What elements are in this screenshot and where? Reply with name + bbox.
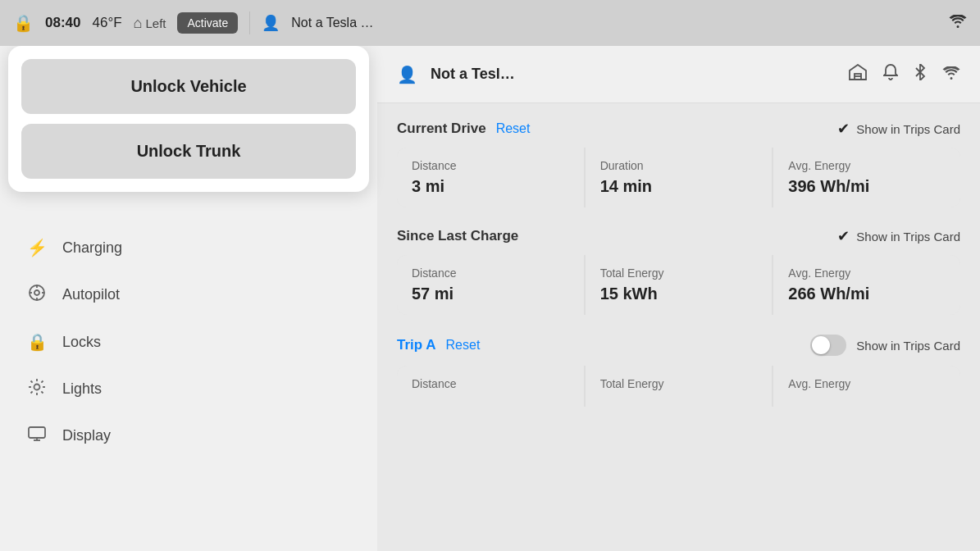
unlock-trunk-button[interactable]: Unlock Trunk: [21, 124, 356, 179]
trip-a-show-trips-label: Show in Trips Card: [856, 339, 960, 353]
current-drive-show-trips-label: Show in Trips Card: [856, 122, 960, 136]
since-last-charge-checkmark: ✔: [837, 227, 850, 245]
trip-a-toggle[interactable]: [810, 335, 846, 356]
since-last-charge-show-trips: ✔ Show in Trips Card: [837, 227, 960, 245]
sidebar-item-locks[interactable]: 🔒 Locks: [0, 319, 377, 365]
current-drive-duration-label: Duration: [600, 159, 758, 172]
sidebar-item-locks-label: Locks: [62, 334, 101, 351]
since-last-charge-avg-energy-cell: Avg. Energy 266 Wh/mi: [773, 255, 960, 315]
bell-icon: [883, 64, 898, 84]
trip-a-distance-cell: Distance: [397, 366, 584, 407]
unlock-panel: Unlock Vehicle Unlock Trunk: [8, 46, 369, 192]
content-body: Current Drive Reset ✔ Show in Trips Card…: [377, 103, 980, 551]
content-wifi-icon: [942, 65, 960, 84]
trip-a-section: Trip A Reset Show in Trips Card Distance…: [397, 335, 960, 407]
sidebar-item-lights[interactable]: Lights: [0, 365, 377, 413]
svg-line-11: [31, 381, 33, 383]
since-last-charge-show-trips-label: Show in Trips Card: [856, 230, 960, 244]
lock-icon: 🔒: [13, 13, 34, 33]
current-drive-header: Current Drive Reset ✔ Show in Trips Card: [397, 120, 960, 138]
status-bar-left: 🔒 08:40 46°F ⌂ Left Activate 👤 Not a Tes…: [13, 11, 936, 34]
sidebar-item-display-label: Display: [62, 427, 111, 444]
current-drive-section: Current Drive Reset ✔ Show in Trips Card…: [397, 120, 960, 207]
status-bar: 🔒 08:40 46°F ⌂ Left Activate 👤 Not a Tes…: [0, 0, 980, 46]
status-account-name: Not a Tesla …: [291, 16, 373, 30]
since-last-charge-distance-value: 57 mi: [412, 285, 569, 303]
sidebar-item-charging[interactable]: ⚡ Charging: [0, 225, 377, 271]
current-drive-duration-value: 14 min: [600, 177, 758, 196]
status-time: 08:40: [45, 15, 80, 31]
since-last-charge-distance-label: Distance: [412, 266, 569, 280]
svg-line-13: [41, 381, 43, 383]
home-icon: ⌂: [134, 15, 143, 32]
svg-line-12: [41, 391, 43, 393]
since-last-charge-section: Since Last Charge ✔ Show in Trips Card D…: [397, 227, 960, 315]
main-layout: Unlock Vehicle Unlock Trunk ⚡ Charging: [0, 46, 980, 551]
locks-icon: 🔒: [26, 332, 48, 352]
since-last-charge-avg-energy-value: 266 Wh/mi: [788, 285, 946, 303]
content-icons: [849, 64, 960, 84]
status-separator: [249, 11, 250, 34]
since-last-charge-title: Since Last Charge: [397, 228, 518, 244]
sidebar-item-autopilot[interactable]: Autopilot: [0, 271, 377, 319]
trip-a-avg-energy-label: Avg. Energy: [788, 377, 946, 390]
svg-point-1: [34, 290, 39, 295]
current-drive-energy-label: Avg. Energy: [788, 159, 946, 172]
trip-a-avg-energy-cell: Avg. Energy: [773, 366, 960, 407]
autopilot-icon: [26, 284, 48, 306]
current-drive-distance-value: 3 mi: [412, 177, 569, 196]
sidebar-item-display[interactable]: Display: [0, 413, 377, 458]
sidebar-item-charging-label: Charging: [62, 239, 122, 257]
status-temperature: 46°F: [92, 15, 121, 31]
wifi-icon: [949, 15, 967, 32]
svg-line-14: [31, 391, 33, 393]
trip-a-title: Trip A: [397, 337, 436, 353]
trip-a-stats: Distance Total Energy Avg. Energy: [397, 366, 960, 407]
content-account-name: Not a Tesl…: [431, 66, 836, 83]
sidebar-menu: ⚡ Charging Autopilot 🔒: [0, 218, 377, 465]
content-header: 👤 Not a Tesl…: [377, 46, 980, 103]
status-location: Left: [145, 16, 166, 30]
since-last-charge-total-energy-cell: Total Energy 15 kWh: [586, 255, 773, 315]
status-bar-right: [949, 15, 967, 32]
svg-point-6: [34, 385, 40, 390]
current-drive-duration-cell: Duration 14 min: [586, 148, 773, 207]
activate-button[interactable]: Activate: [177, 12, 238, 34]
trip-a-total-energy-cell: Total Energy: [586, 366, 773, 407]
since-last-charge-stats: Distance 57 mi Total Energy 15 kWh Avg. …: [397, 255, 960, 315]
content-profile-icon: 👤: [397, 65, 417, 84]
user-icon: 👤: [262, 14, 280, 32]
sidebar-item-lights-label: Lights: [62, 380, 102, 398]
since-last-charge-total-energy-value: 15 kWh: [600, 285, 758, 303]
sidebar-item-autopilot-label: Autopilot: [62, 286, 120, 303]
current-drive-checkmark: ✔: [837, 120, 850, 138]
since-last-charge-distance-cell: Distance 57 mi: [397, 255, 584, 315]
current-drive-distance-label: Distance: [412, 159, 569, 172]
current-drive-energy-cell: Avg. Energy 396 Wh/mi: [773, 148, 960, 207]
unlock-vehicle-button[interactable]: Unlock Vehicle: [21, 59, 356, 114]
current-drive-reset[interactable]: Reset: [496, 121, 531, 136]
trip-a-reset[interactable]: Reset: [446, 338, 481, 353]
status-home: ⌂ Left: [134, 15, 166, 32]
current-drive-show-trips: ✔ Show in Trips Card: [837, 120, 960, 138]
since-last-charge-header: Since Last Charge ✔ Show in Trips Card: [397, 227, 960, 245]
current-drive-distance-cell: Distance 3 mi: [397, 148, 584, 207]
current-drive-stats: Distance 3 mi Duration 14 min Avg. Energ…: [397, 148, 960, 207]
trip-a-total-energy-label: Total Energy: [600, 377, 758, 390]
content-area: 👤 Not a Tesl…: [377, 46, 980, 551]
trip-a-toggle-knob: [812, 336, 830, 354]
svg-rect-15: [29, 427, 45, 438]
current-drive-title: Current Drive: [397, 121, 486, 137]
trip-a-distance-label: Distance: [412, 377, 569, 390]
since-last-charge-total-energy-label: Total Energy: [600, 266, 758, 280]
lights-icon: [26, 378, 48, 400]
charging-icon: ⚡: [26, 238, 48, 257]
trip-a-header: Trip A Reset Show in Trips Card: [397, 335, 960, 356]
display-icon: [26, 426, 48, 445]
current-drive-energy-value: 396 Wh/mi: [788, 177, 946, 196]
bluetooth-icon: [914, 64, 926, 84]
since-last-charge-avg-energy-label: Avg. Energy: [788, 266, 946, 280]
sidebar: Unlock Vehicle Unlock Trunk ⚡ Charging: [0, 46, 377, 551]
garage-icon: [849, 64, 867, 84]
